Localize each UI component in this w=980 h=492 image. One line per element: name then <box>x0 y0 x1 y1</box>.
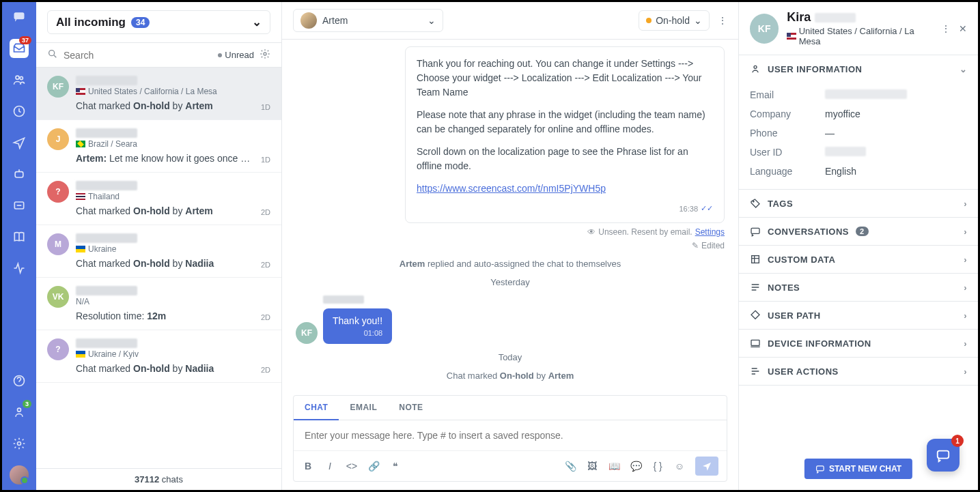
svg-point-7 <box>18 408 21 411</box>
system-message: Chat marked On-hold by Artem <box>296 371 725 381</box>
chat-name-redacted <box>76 128 137 138</box>
sender-avatar: KF <box>296 322 318 344</box>
bold-icon[interactable]: B <box>302 460 314 472</box>
settings-link[interactable]: Settings <box>695 227 725 237</box>
attach-icon[interactable]: 📎 <box>564 460 576 472</box>
link-icon[interactable]: 🔗 <box>367 460 380 472</box>
image-icon[interactable]: 🖼 <box>586 460 598 472</box>
user-avatar[interactable] <box>10 465 29 484</box>
status-dot <box>646 18 652 23</box>
variable-icon[interactable]: { } <box>652 460 664 472</box>
chevron-down-icon: ⌄ <box>960 64 968 74</box>
people-icon[interactable] <box>10 70 29 89</box>
search-input[interactable] <box>64 50 212 61</box>
eye-off-icon: 👁 <box>587 227 596 237</box>
flag-icon <box>76 193 85 200</box>
section-tags[interactable]: TAGS› <box>739 190 978 217</box>
filter-dropdown[interactable]: All incoming 34 ⌄ <box>47 10 270 34</box>
more-icon[interactable]: ⋮ <box>941 23 951 34</box>
userid-redacted <box>825 147 866 156</box>
start-new-chat-button[interactable]: START NEW CHAT <box>804 459 912 479</box>
settings-icon[interactable] <box>10 434 29 453</box>
card-icon[interactable] <box>10 196 29 215</box>
section-user-info[interactable]: USER INFORMATION ⌄ <box>739 55 978 83</box>
chat-name-redacted <box>76 76 137 85</box>
contact-name: Kira <box>787 10 811 25</box>
unread-toggle[interactable]: Unread <box>218 50 254 60</box>
read-checks-icon: ✓✓ <box>701 204 713 213</box>
inbox-icon[interactable]: 37 <box>10 39 29 58</box>
status-dropdown[interactable]: On-hold ⌄ <box>639 10 710 31</box>
more-icon[interactable]: ⋮ <box>718 15 727 26</box>
email-redacted <box>825 89 907 99</box>
team-icon[interactable]: 3 <box>10 403 29 422</box>
book-icon[interactable] <box>10 227 29 246</box>
code-icon[interactable]: <> <box>346 460 358 472</box>
section-user-actions[interactable]: USER ACTIONS› <box>739 358 978 385</box>
agent-dropdown[interactable]: Artem ⌄ <box>293 9 443 32</box>
chat-time: 2D <box>261 366 270 374</box>
chatlist-footer: 37112 chats <box>36 468 281 490</box>
tab-chat[interactable]: CHAT <box>294 396 339 420</box>
chat-item[interactable]: M Ukraine Chat marked On-hold by Nadiia … <box>36 225 281 278</box>
italic-icon[interactable]: I <box>324 460 336 472</box>
chat-summary: Artem: Let me know how it goes once … <box>76 153 254 164</box>
section-notes[interactable]: NOTES› <box>739 274 978 301</box>
message-input[interactable] <box>305 430 716 441</box>
chat-name-redacted <box>76 181 137 190</box>
sender-name-redacted <box>323 295 364 304</box>
date-divider: Today <box>296 352 725 362</box>
agent-avatar <box>300 12 317 29</box>
flag-icon <box>76 141 85 147</box>
system-message: Artem replied and auto-assigned the chat… <box>296 259 725 269</box>
svg-rect-14 <box>752 256 759 263</box>
history-icon[interactable] <box>10 102 29 121</box>
message-outgoing: Thank you for reaching out. You can chan… <box>405 46 725 223</box>
bot-icon[interactable] <box>10 164 29 184</box>
floating-chat-button[interactable]: 1 <box>927 439 960 472</box>
svg-rect-15 <box>751 340 759 345</box>
section-device-info[interactable]: DEVICE INFORMATION› <box>739 330 978 357</box>
nav-rail: 37 3 <box>2 2 36 490</box>
message-link[interactable]: https://www.screencast.com/t/nmI5PjYWH5p <box>417 183 606 194</box>
chevron-down-icon: ⌄ <box>694 15 702 26</box>
chat-item[interactable]: ? Ukraine / Kyiv Chat marked On-hold by … <box>36 330 281 383</box>
quote-icon[interactable]: ❝ <box>389 460 402 472</box>
flag-icon <box>76 88 85 95</box>
close-icon[interactable]: ✕ <box>959 23 967 34</box>
chat-avatar: ? <box>47 338 69 360</box>
chat-name-redacted <box>76 286 137 295</box>
search-icon <box>47 48 58 61</box>
canned-icon[interactable]: 💬 <box>630 460 642 472</box>
chevron-down-icon: ⌄ <box>428 15 436 26</box>
list-settings-icon[interactable] <box>260 48 270 61</box>
svg-rect-16 <box>817 466 824 471</box>
chevron-down-icon: ⌄ <box>252 15 262 29</box>
tab-note[interactable]: NOTE <box>388 396 434 420</box>
activity-icon[interactable] <box>10 259 29 278</box>
logo-icon[interactable] <box>10 8 29 27</box>
chat-avatar: J <box>47 128 69 150</box>
svg-point-1 <box>16 76 19 79</box>
chat-name-redacted <box>76 233 137 243</box>
send-button[interactable] <box>695 457 718 476</box>
help-icon[interactable] <box>10 371 29 390</box>
send-icon[interactable] <box>10 133 29 152</box>
kb-icon[interactable]: 📖 <box>608 460 620 472</box>
chat-item[interactable]: KF United States / California / La Mesa … <box>36 68 281 120</box>
chat-time: 2D <box>261 313 270 321</box>
section-custom-data[interactable]: CUSTOM DATA› <box>739 246 978 273</box>
filter-count: 34 <box>131 17 150 28</box>
section-conversations[interactable]: CONVERSATIONS2› <box>739 218 978 245</box>
flag-icon <box>787 33 796 40</box>
chat-item[interactable]: J Brazil / Seara Artem: Let me know how … <box>36 120 281 173</box>
section-user-path[interactable]: USER PATH› <box>739 302 978 329</box>
emoji-icon[interactable]: ☺ <box>673 460 686 472</box>
svg-point-12 <box>753 201 754 202</box>
tab-email[interactable]: EMAIL <box>339 396 388 420</box>
chat-item[interactable]: VK N/A Resolution time: 12m 2D <box>36 278 281 330</box>
svg-point-2 <box>20 76 23 79</box>
chat-summary: Chat marked On-hold by Artem <box>76 100 254 111</box>
chat-item[interactable]: ? Thailand Chat marked On-hold by Artem … <box>36 173 281 225</box>
date-divider: Yesterday <box>296 277 725 287</box>
